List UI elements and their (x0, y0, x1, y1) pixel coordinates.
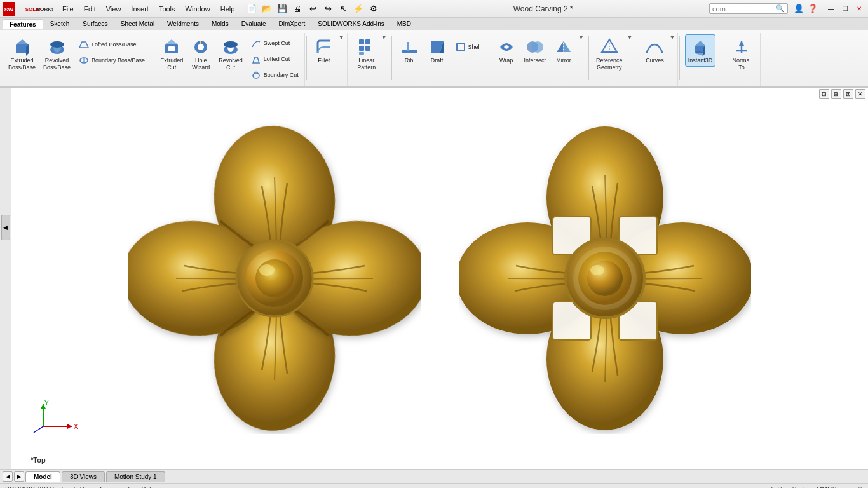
help-icon[interactable]: ❓ (806, 2, 820, 16)
search-input[interactable] (712, 5, 776, 13)
tab-features[interactable]: Features (3, 19, 43, 29)
vp-maximize-button[interactable]: ⊠ (843, 89, 853, 99)
mirror-button[interactable]: Mirror (550, 34, 577, 67)
options-icon[interactable]: ⚙ (367, 2, 381, 16)
curves-label: Curves (646, 57, 664, 64)
menu-insert[interactable]: Insert (126, 3, 154, 15)
tab-mbd[interactable]: MBD (391, 19, 417, 29)
fillet-dropdown[interactable]: ▼ (339, 34, 344, 41)
shell-button[interactable]: Shell (452, 39, 484, 55)
lofted-cut-button[interactable]: Lofted Cut (247, 51, 302, 67)
lofted-cut-icon (250, 53, 262, 65)
hole-wizard-button[interactable]: HoleWizard (187, 34, 214, 74)
ribbon-group-wrap: Wrap Intersect Mirror ▼ (491, 33, 587, 86)
menu-window[interactable]: Window (180, 3, 215, 15)
fillet-button[interactable]: Fillet (311, 34, 337, 67)
tab-sheet-metal[interactable]: Sheet Metal (114, 19, 161, 29)
open-icon[interactable]: 📂 (260, 2, 274, 16)
revolved-boss-base-button[interactable]: RevolvedBoss/Base (40, 34, 74, 74)
menu-help[interactable]: Help (215, 3, 240, 15)
new-icon[interactable]: 📄 (245, 2, 259, 16)
svg-point-74 (587, 261, 623, 296)
boundary-cut-label: Boundary Cut (264, 72, 299, 78)
left-model (128, 123, 421, 434)
print-icon[interactable]: 🖨 (290, 2, 304, 16)
undo-icon[interactable]: ↩ (306, 2, 320, 16)
curves-dropdown[interactable]: ▼ (669, 34, 675, 41)
extruded-cut-button[interactable]: ExtrudedCut (157, 34, 186, 74)
swept-cut-button[interactable]: Swept Cut (247, 36, 302, 51)
menu-edit[interactable]: Edit (79, 3, 101, 15)
tab-addins[interactable]: SOLIDWORKS Add-Ins (311, 19, 390, 29)
intersect-button[interactable]: Intersect (521, 34, 550, 67)
extruded-cut-icon (161, 37, 182, 57)
reference-geometry-button[interactable]: ReferenceGeometry (593, 34, 626, 74)
menu-tools[interactable]: Tools (154, 3, 180, 15)
wrap-icon (496, 37, 517, 57)
tab-motion-study[interactable]: Motion Study 1 (106, 471, 165, 482)
search-box[interactable]: 🔍 (709, 3, 788, 14)
boundary-boss-base-button[interactable]: Boundary Boss/Base (75, 53, 148, 68)
reference-geometry-dropdown[interactable]: ▼ (627, 34, 633, 41)
rebuild-icon[interactable]: ⚡ (351, 2, 365, 16)
normal-to-icon (731, 37, 752, 57)
revolved-cut-button[interactable]: RevolvedCut (215, 34, 246, 74)
lofted-boss-base-button[interactable]: Lofted Boss/Base (75, 37, 148, 52)
svg-marker-22 (253, 57, 259, 63)
tab-prev-button[interactable]: ◀ (3, 471, 13, 482)
menu-view[interactable]: View (101, 3, 126, 15)
swept-cut-label: Swept Cut (264, 40, 290, 46)
draft-label: Draft (431, 57, 444, 64)
draft-button[interactable]: Draft (424, 34, 451, 67)
instant3d-button[interactable]: Instant3D (685, 34, 716, 67)
panel-expand-button[interactable]: ◀ (1, 215, 10, 240)
quick-access-toolbar: 📄 📂 💾 🖨 ↩ ↪ ↖ ⚡ ⚙ (245, 2, 381, 16)
menu-file[interactable]: File (57, 3, 79, 15)
vp-split1-button[interactable]: ⊡ (819, 89, 829, 99)
curves-button[interactable]: Curves (641, 34, 668, 67)
linear-pattern-button[interactable]: LinearPattern (353, 34, 380, 74)
tab-sketch[interactable]: Sketch (43, 18, 77, 29)
mirror-dropdown[interactable]: ▼ (578, 34, 584, 41)
rib-button[interactable]: Rib (396, 34, 423, 67)
redo-icon[interactable]: ↪ (321, 2, 335, 16)
tab-molds[interactable]: Molds (205, 19, 235, 29)
tab-model[interactable]: Model (25, 471, 60, 482)
3d-render-area (11, 88, 868, 469)
select-icon[interactable]: ↖ (336, 2, 350, 16)
ribbon-group-curves: Curves ▼ (639, 33, 678, 86)
tab-weldments[interactable]: Weldments (161, 19, 205, 29)
draft-icon (427, 37, 447, 57)
tab-evaluate[interactable]: Evaluate (235, 19, 273, 29)
view-area[interactable]: ⊡ ⊞ ⊠ ✕ (11, 88, 868, 469)
wrap-button[interactable]: Wrap (493, 34, 520, 67)
normal-to-button[interactable]: NormalTo (728, 34, 755, 74)
boundary-boss-icon (78, 55, 90, 66)
vp-close-button[interactable]: ✕ (855, 89, 865, 99)
vp-split2-button[interactable]: ⊞ (831, 89, 841, 99)
svg-marker-45 (695, 41, 705, 46)
tab-dimxpert[interactable]: DimXpert (273, 19, 312, 29)
rib-label: Rib (405, 57, 414, 64)
tab-3d-views[interactable]: 3D Views (62, 471, 105, 482)
svg-point-17 (198, 44, 204, 50)
boundary-cut-button[interactable]: Boundary Cut (247, 67, 302, 83)
tab-next-button[interactable]: ▶ (14, 471, 24, 482)
linear-pattern-dropdown[interactable]: ▼ (381, 34, 387, 41)
user-icon[interactable]: 👤 (792, 2, 806, 16)
minimize-button[interactable]: — (825, 3, 837, 15)
boundary-cut-icon (250, 69, 262, 81)
hole-wizard-icon (191, 37, 211, 57)
svg-rect-24 (359, 39, 364, 44)
svg-marker-36 (557, 42, 563, 52)
save-icon[interactable]: 💾 (275, 2, 289, 16)
tab-surfaces[interactable]: Surfaces (76, 19, 114, 29)
restore-button[interactable]: ❐ (839, 3, 851, 15)
view-label: *Top (31, 456, 46, 464)
close-button[interactable]: ✕ (853, 3, 865, 15)
instant3d-label: Instant3D (688, 57, 713, 64)
extruded-boss-base-button[interactable]: ExtrudedBoss/Base (5, 34, 39, 74)
svg-marker-15 (165, 39, 178, 44)
svg-rect-28 (359, 52, 364, 55)
extruded-boss-label: ExtrudedBoss/Base (8, 57, 36, 71)
